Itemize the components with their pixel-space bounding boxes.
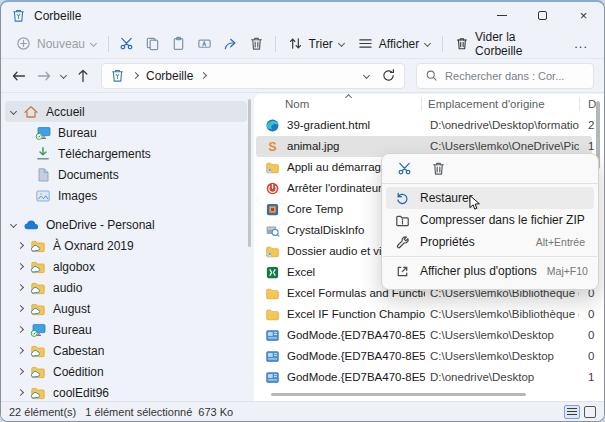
nav-arrows: [11, 68, 91, 84]
column-header-name[interactable]: Nom: [285, 98, 309, 110]
window-controls: ×: [481, 2, 604, 29]
home-icon: [23, 104, 39, 120]
share-button[interactable]: [218, 32, 244, 56]
column-divider[interactable]: [421, 97, 422, 111]
close-button[interactable]: ×: [563, 2, 604, 29]
cloud-folder-icon: [30, 301, 46, 317]
more-commands-button[interactable]: ...: [566, 36, 596, 51]
context-menu-item[interactable]: Propriétés Alt+Entrée: [386, 231, 594, 253]
file-origin-path: D:\onedrive\Desktop: [430, 371, 579, 383]
file-origin-path: C:\Users\lemko\Bibliothèque calibre dele…: [430, 308, 579, 320]
sidebar-item-label: Coédition: [53, 365, 104, 379]
delete-button[interactable]: [244, 32, 270, 56]
sidebar-item[interactable]: Cabestan: [5, 340, 247, 361]
cloud-folder-icon: [30, 343, 46, 359]
sidebar-item[interactable]: Images: [5, 185, 247, 206]
chevron-icon[interactable]: [17, 389, 24, 396]
rename-icon: [197, 36, 212, 51]
desktop-sync-icon: [35, 125, 51, 141]
sidebar-item-label: algobox: [53, 260, 95, 274]
sort-icon: [288, 36, 303, 51]
selection-size: 673 Ko: [198, 406, 233, 418]
search-input[interactable]: [445, 70, 585, 82]
file-row[interactable]: GodMode.{ED7BA470-8E54-465E-8... C:\User…: [256, 346, 592, 367]
menu-separator: [383, 256, 597, 257]
sidebar-item[interactable]: Coédition: [5, 361, 247, 382]
file-deletion-date: 1: [588, 371, 597, 383]
minimize-button[interactable]: [481, 2, 522, 29]
sort-button[interactable]: Trier: [281, 32, 351, 56]
chevron-icon[interactable]: [17, 347, 24, 354]
file-row[interactable]: Excel IF Function Champion_ Mast... C:\U…: [256, 304, 592, 325]
chevron-icon[interactable]: [17, 284, 24, 291]
context-menu-quick-actions: [382, 154, 598, 183]
chevron-icon[interactable]: [10, 108, 17, 115]
maximize-button[interactable]: [522, 2, 563, 29]
cloud-folder-icon: [30, 364, 46, 380]
chevron-icon[interactable]: [10, 221, 17, 228]
delete-button[interactable]: [423, 157, 453, 181]
file-row[interactable]: 39-gradient.html D:\onedrive\Desktop\for…: [256, 115, 592, 136]
search-box[interactable]: [416, 63, 594, 89]
cut-button[interactable]: [389, 157, 419, 181]
sidebar-item[interactable]: À Oxnard 2019: [5, 235, 247, 256]
sidebar-item-label: coolEdit96: [53, 386, 109, 400]
context-menu-item[interactable]: Afficher plus d'options Maj+F10: [386, 260, 594, 282]
pin-icon: [224, 190, 235, 201]
context-menu-item[interactable]: Restaurer: [386, 187, 594, 209]
file-origin-path: D:\onedrive\Desktop\formation: [430, 119, 579, 131]
sidebar-item[interactable]: Bureau: [5, 122, 247, 143]
up-button[interactable]: [75, 68, 91, 84]
thumbnails-view-button[interactable]: [584, 406, 596, 418]
context-menu-item[interactable]: Compresser dans le fichier ZIP: [386, 209, 594, 231]
sidebar-item[interactable]: algobox: [5, 256, 247, 277]
shutdown-icon: [265, 181, 280, 196]
details-view-button[interactable]: [564, 405, 580, 419]
new-button[interactable]: Nouveau: [9, 32, 103, 56]
column-header-origin[interactable]: Emplacement d'origine: [428, 98, 545, 110]
desktop-sync-icon: [30, 322, 46, 338]
sidebar-scrollbar[interactable]: [248, 99, 251, 247]
sidebar-item[interactable]: Accueil: [5, 101, 247, 122]
chevron-icon[interactable]: [17, 263, 24, 270]
empty-recycle-bin-button[interactable]: Vider la Corbeille: [448, 32, 566, 56]
chevron-icon[interactable]: [17, 326, 24, 333]
recycle-bin-icon: [11, 8, 26, 23]
downloads-icon: [35, 146, 51, 162]
pin-icon: [224, 169, 235, 180]
scissors-icon: [119, 36, 134, 51]
chevron-icon[interactable]: [17, 368, 24, 375]
horizontal-scrollbar[interactable]: [271, 393, 526, 396]
sidebar-item[interactable]: audio: [5, 277, 247, 298]
sidebar-item[interactable]: OneDrive - Personal: [5, 214, 247, 235]
file-row[interactable]: GodMode.{ED7BA470-8E54-465E-8... D:\oned…: [256, 367, 592, 388]
window-title: Corbeille: [34, 9, 81, 23]
column-divider[interactable]: [579, 97, 580, 111]
chevron-icon[interactable]: [17, 305, 24, 312]
address-dropdown-button[interactable]: [363, 72, 370, 79]
copy-button[interactable]: [140, 32, 166, 56]
sidebar-item[interactable]: Téléchargements: [5, 143, 247, 164]
recent-locations-button[interactable]: [60, 72, 67, 79]
refresh-button[interactable]: [381, 68, 396, 83]
chevron-icon[interactable]: [17, 242, 24, 249]
sidebar-item[interactable]: coolEdit96: [5, 382, 247, 401]
cut-button[interactable]: [114, 32, 140, 56]
file-origin-path: C:\Users\lemko\Desktop: [430, 329, 579, 341]
sidebar-item[interactable]: Documents: [5, 164, 247, 185]
forward-button[interactable]: [36, 68, 52, 84]
breadcrumb-chevron-icon: [132, 72, 139, 79]
address-bar[interactable]: Corbeille: [101, 63, 405, 89]
rename-button[interactable]: [192, 32, 218, 56]
sidebar-list: Accueil Bureau Téléchargements Documents…: [1, 101, 251, 401]
file-row[interactable]: GodMode.{ED7BA470-8E54-465E-8... C:\User…: [256, 325, 592, 346]
properties-icon: [395, 235, 410, 250]
view-button[interactable]: Afficher: [351, 32, 437, 56]
sidebar-item[interactable]: August: [5, 298, 247, 319]
breadcrumb-root[interactable]: Corbeille: [146, 69, 193, 83]
file-name: GodMode.{ED7BA470-8E54-465E-8...: [287, 329, 425, 341]
crystaldisk-icon: [265, 223, 280, 238]
paste-button[interactable]: [166, 32, 192, 56]
back-button[interactable]: [11, 68, 27, 84]
sidebar-item[interactable]: Bureau: [5, 319, 247, 340]
